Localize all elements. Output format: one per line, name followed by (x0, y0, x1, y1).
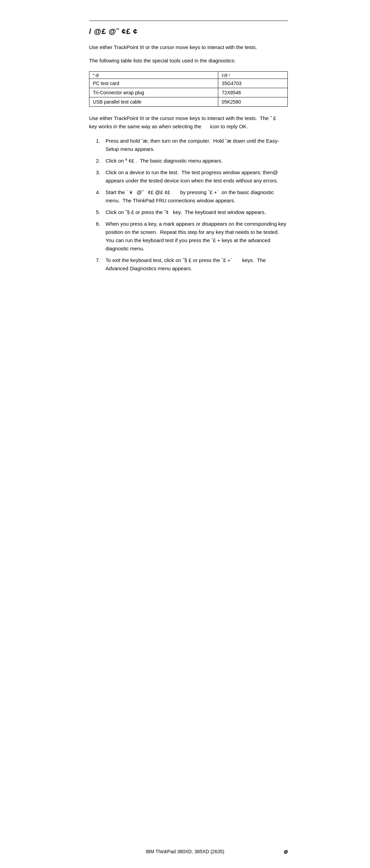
header-col2-text: £@ / (222, 73, 230, 77)
use-paragraph: Use either TrackPoint III or the cursor … (89, 114, 288, 131)
table-cell-row2-col1: Tri-Connector wrap plug (89, 88, 218, 97)
table-header-col2: £@ / (218, 72, 288, 79)
header-col1-text: ª @ (93, 73, 99, 77)
list-item: 5. Click on ˜§ £ or press the ˜¢ key. Th… (96, 208, 288, 216)
list-item: 7. To exit the keyboard test, click on ˜… (96, 256, 288, 273)
step-number-7: 7. (96, 256, 106, 264)
page-title: / @£ @˜ ¢£ ¢ (89, 27, 288, 36)
intro-paragraph-1: Use either TrackPoint III or the cursor … (89, 44, 288, 51)
step-number-2: 2. (96, 157, 106, 165)
footer-page-symbol: ø (284, 848, 288, 855)
list-item: 2. Click on a ¢£ . The basic diagnostic … (96, 157, 288, 165)
table-row: USB parallel test cable 05K2580 (89, 97, 288, 107)
step-number-4: 4. (96, 188, 106, 197)
step-content-7: To exit the keyboard test, click on ˜§ £… (106, 256, 288, 273)
step-number-6: 6. (96, 220, 106, 228)
list-item: 4. Start the ` ¥ @˜ ¢£ @£ ¢£ by pressing… (96, 188, 288, 205)
table-cell-row2-col2: 72X8546 (218, 88, 288, 97)
table-row: PC test card 35G4703 (89, 79, 288, 88)
step-content-6: When you press a key, a mark appears or … (106, 220, 288, 253)
step-number-3: 3. (96, 168, 106, 177)
step-content-3: Click on a device to run the test. The t… (106, 168, 288, 185)
table-cell-row1-col1: PC test card (89, 79, 218, 88)
page-container: / @£ @˜ ¢£ ¢ Use either TrackPoint III o… (69, 0, 301, 868)
table-cell-row1-col2: 35G4703 (218, 79, 288, 88)
table-header-col1: ª @ (89, 72, 218, 79)
table-cell-row3-col1: USB parallel test cable (89, 97, 218, 107)
step-number-5: 5. (96, 208, 106, 216)
table-row: Tri-Connector wrap plug 72X8546 (89, 88, 288, 97)
footer-area: IBM ThinkPad 380XD, 385XD (2635) ø (69, 849, 301, 854)
step-content-1: Press and hold ˜æ; then turn on the comp… (106, 137, 288, 153)
top-rule (89, 21, 288, 21)
list-item: 1. Press and hold ˜æ; then turn on the c… (96, 137, 288, 153)
step-content-2: Click on a ¢£ . The basic diagnostic men… (106, 157, 288, 165)
step-content-4: Start the ` ¥ @˜ ¢£ @£ ¢£ by pressing ˆ£… (106, 188, 288, 205)
steps-list: 1. Press and hold ˜æ; then turn on the c… (96, 137, 288, 273)
tools-table: ª @ £@ / PC test card 35G4703 Tri-Connec… (89, 71, 288, 107)
step-number-1: 1. (96, 137, 106, 145)
intro-paragraph-2: The following table lists the special to… (89, 57, 288, 65)
step-content-5: Click on ˜§ £ or press the ˜¢ key. The k… (106, 208, 288, 216)
list-item: 3. Click on a device to run the test. Th… (96, 168, 288, 185)
list-item: 6. When you press a key, a mark appears … (96, 220, 288, 253)
footer-text: IBM ThinkPad 380XD, 385XD (2635) (146, 849, 224, 854)
table-cell-row3-col2: 05K2580 (218, 97, 288, 107)
table-header-row: ª @ £@ / (89, 72, 288, 79)
